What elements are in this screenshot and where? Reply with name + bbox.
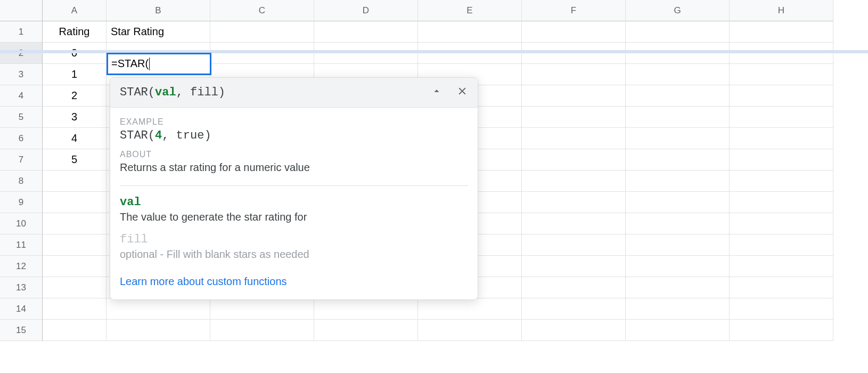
cell-G12[interactable] (626, 256, 730, 277)
cell-F7[interactable] (522, 149, 626, 171)
cell-G6[interactable] (626, 128, 730, 149)
cell-H6[interactable] (730, 128, 833, 149)
cell-F14[interactable] (522, 298, 626, 320)
cell-G3[interactable] (626, 64, 730, 85)
cell-G14[interactable] (626, 298, 730, 320)
learn-more-link[interactable]: Learn more about custom functions (120, 275, 287, 288)
cell-E1[interactable] (418, 21, 522, 43)
row-header-15[interactable]: 15 (0, 320, 43, 341)
cell-B14[interactable] (107, 298, 210, 320)
cell-A8[interactable] (43, 171, 107, 192)
col-header-A[interactable]: A (43, 0, 107, 21)
cell-G13[interactable] (626, 277, 730, 298)
cell-H8[interactable] (730, 171, 833, 192)
cell-H4[interactable] (730, 85, 833, 107)
cell-G4[interactable] (626, 85, 730, 107)
row-header-6[interactable]: 6 (0, 128, 43, 149)
row-header-12[interactable]: 12 (0, 256, 43, 277)
cell-A4[interactable]: 2 (43, 85, 107, 107)
cell-F3[interactable] (522, 64, 626, 85)
row-header-7[interactable]: 7 (0, 149, 43, 171)
cell-E14[interactable] (418, 298, 522, 320)
cell-H13[interactable] (730, 277, 833, 298)
cell-G2[interactable] (626, 43, 730, 64)
select-all-corner[interactable] (0, 0, 43, 21)
cell-A2[interactable]: 0 (43, 43, 107, 64)
cell-A12[interactable] (43, 256, 107, 277)
row-header-4[interactable]: 4 (0, 85, 43, 107)
cell-C15[interactable] (210, 320, 314, 341)
row-header-10[interactable]: 10 (0, 213, 43, 234)
cell-G7[interactable] (626, 149, 730, 171)
row-header-3[interactable]: 3 (0, 64, 43, 85)
cell-C14[interactable] (210, 298, 314, 320)
cell-C2[interactable] (210, 43, 314, 64)
col-header-B[interactable]: B (107, 0, 210, 21)
cell-F10[interactable] (522, 213, 626, 234)
close-icon[interactable] (456, 85, 468, 100)
cell-H3[interactable] (730, 64, 833, 85)
cell-A3[interactable]: 1 (43, 64, 107, 85)
cell-A9[interactable] (43, 192, 107, 213)
cell-D2[interactable] (314, 43, 418, 64)
cell-B15[interactable] (107, 320, 210, 341)
cell-B1[interactable]: Star Rating (107, 21, 210, 43)
cell-H14[interactable] (730, 298, 833, 320)
row-header-13[interactable]: 13 (0, 277, 43, 298)
cell-H5[interactable] (730, 107, 833, 128)
cell-G1[interactable] (626, 21, 730, 43)
cell-D1[interactable] (314, 21, 418, 43)
col-header-C[interactable]: C (210, 0, 314, 21)
row-header-5[interactable]: 5 (0, 107, 43, 128)
active-cell-editor[interactable]: =STAR( (107, 53, 211, 75)
cell-A1[interactable]: Rating (43, 21, 107, 43)
cell-D15[interactable] (314, 320, 418, 341)
row-header-9[interactable]: 9 (0, 192, 43, 213)
cell-H11[interactable] (730, 234, 833, 256)
cell-F15[interactable] (522, 320, 626, 341)
cell-F8[interactable] (522, 171, 626, 192)
cell-F12[interactable] (522, 256, 626, 277)
row-header-2[interactable]: 2 (0, 43, 43, 64)
cell-A5[interactable]: 3 (43, 107, 107, 128)
col-header-H[interactable]: H (730, 0, 833, 21)
cell-G15[interactable] (626, 320, 730, 341)
cell-F6[interactable] (522, 128, 626, 149)
cell-A6[interactable]: 4 (43, 128, 107, 149)
cell-H15[interactable] (730, 320, 833, 341)
row-header-14[interactable]: 14 (0, 298, 43, 320)
col-header-F[interactable]: F (522, 0, 626, 21)
cell-E15[interactable] (418, 320, 522, 341)
cell-A15[interactable] (43, 320, 107, 341)
cell-F1[interactable] (522, 21, 626, 43)
cell-A7[interactable]: 5 (43, 149, 107, 171)
col-header-D[interactable]: D (314, 0, 418, 21)
cell-F13[interactable] (522, 277, 626, 298)
collapse-icon[interactable] (431, 85, 443, 100)
cell-H2[interactable] (730, 43, 833, 64)
cell-C1[interactable] (210, 21, 314, 43)
cell-E2[interactable] (418, 43, 522, 64)
row-header-8[interactable]: 8 (0, 171, 43, 192)
cell-H12[interactable] (730, 256, 833, 277)
cell-F11[interactable] (522, 234, 626, 256)
cell-A14[interactable] (43, 298, 107, 320)
cell-A10[interactable] (43, 213, 107, 234)
cell-H1[interactable] (730, 21, 833, 43)
col-header-E[interactable]: E (418, 0, 522, 21)
cell-G11[interactable] (626, 234, 730, 256)
cell-G10[interactable] (626, 213, 730, 234)
cell-H10[interactable] (730, 213, 833, 234)
cell-F2[interactable] (522, 43, 626, 64)
cell-A13[interactable] (43, 277, 107, 298)
cell-F9[interactable] (522, 192, 626, 213)
col-header-G[interactable]: G (626, 0, 730, 21)
row-header-11[interactable]: 11 (0, 234, 43, 256)
row-header-1[interactable]: 1 (0, 21, 43, 43)
cell-F5[interactable] (522, 107, 626, 128)
cell-H7[interactable] (730, 149, 833, 171)
cell-G9[interactable] (626, 192, 730, 213)
cell-G8[interactable] (626, 171, 730, 192)
cell-D14[interactable] (314, 298, 418, 320)
cell-A11[interactable] (43, 234, 107, 256)
